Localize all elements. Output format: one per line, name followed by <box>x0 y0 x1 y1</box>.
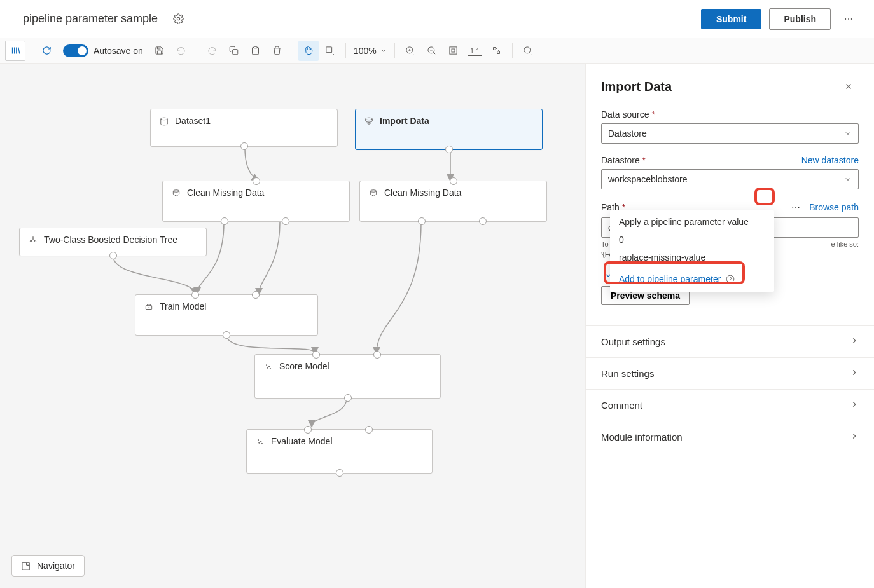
output-settings-section[interactable]: Output settings <box>586 326 874 358</box>
refresh-icon[interactable] <box>36 41 57 61</box>
node-label: Score Model <box>279 361 329 371</box>
pan-icon[interactable] <box>298 41 319 61</box>
svg-point-0 <box>177 17 179 20</box>
svg-point-19 <box>32 237 34 238</box>
navigator-label: Navigator <box>37 561 75 571</box>
svg-rect-22 <box>146 306 151 310</box>
database-icon <box>160 117 169 128</box>
svg-rect-12 <box>452 49 455 52</box>
clean-icon <box>172 189 181 200</box>
node-train-model[interactable]: Train Model <box>135 294 318 336</box>
data-source-select[interactable]: Datastore <box>601 123 859 144</box>
svg-point-15 <box>161 118 168 120</box>
select-icon[interactable] <box>320 41 340 61</box>
node-clean-missing-data-b[interactable]: Clean Missing Data <box>359 181 547 222</box>
close-icon[interactable] <box>838 76 859 97</box>
tree-icon <box>29 236 38 247</box>
svg-line-14 <box>530 52 532 54</box>
node-label: Train Model <box>160 301 206 311</box>
actual-size-icon[interactable]: 1:1 <box>465 41 485 61</box>
paste-icon[interactable] <box>246 41 266 61</box>
copy-icon[interactable] <box>224 41 244 61</box>
svg-point-26 <box>270 368 270 369</box>
svg-point-24 <box>269 366 270 367</box>
delete-icon[interactable] <box>267 41 288 61</box>
popup-item-replace[interactable]: raplace-missing-value <box>610 249 774 266</box>
path-more-icon[interactable]: ⋯ <box>787 201 804 214</box>
evaluate-icon <box>256 437 265 448</box>
datastore-select[interactable]: workspaceblobstore <box>601 169 859 189</box>
undo-icon[interactable] <box>171 41 191 61</box>
node-boosted-tree[interactable]: Two-Class Boosted Decision Tree <box>19 228 207 256</box>
svg-point-29 <box>259 442 260 443</box>
autolayout-icon[interactable] <box>487 41 507 61</box>
svg-rect-11 <box>450 47 457 54</box>
library-icon[interactable] <box>5 41 25 61</box>
node-label: Clean Missing Data <box>187 188 264 198</box>
svg-point-25 <box>267 367 268 368</box>
parameter-popup: Apply a pipeline parameter value 0 rapla… <box>610 210 774 292</box>
autosave-toggle[interactable]: Autosave on <box>63 44 143 57</box>
svg-rect-31 <box>22 562 29 569</box>
svg-rect-2 <box>254 46 257 48</box>
save-icon[interactable] <box>149 41 170 61</box>
svg-point-34 <box>726 275 734 283</box>
node-label: Import Data <box>380 116 429 126</box>
svg-line-5 <box>412 52 414 54</box>
svg-point-18 <box>370 190 376 193</box>
redo-icon[interactable] <box>202 41 223 61</box>
svg-rect-3 <box>326 47 332 53</box>
node-score-model[interactable]: Score Model <box>254 354 441 399</box>
popup-header: Apply a pipeline parameter value <box>610 210 774 231</box>
node-label: Evaluate Model <box>271 436 333 446</box>
import-icon <box>364 117 373 128</box>
navigator-button[interactable]: Navigator <box>11 555 85 577</box>
zoom-level[interactable]: 100% <box>351 46 389 56</box>
svg-point-16 <box>366 118 373 120</box>
comment-section[interactable]: Comment <box>586 390 874 421</box>
node-clean-missing-data-a[interactable]: Clean Missing Data <box>162 181 350 222</box>
autosave-label: Autosave on <box>94 46 143 56</box>
clean-icon <box>369 189 378 200</box>
node-import-data[interactable]: Import Data <box>355 109 543 150</box>
score-icon <box>264 362 273 373</box>
fit-icon[interactable] <box>443 41 464 61</box>
pipeline-title: pipeline parameter sample <box>23 12 158 25</box>
publish-button[interactable]: Publish <box>769 8 831 30</box>
panel-title: Import Data <box>601 79 672 94</box>
svg-point-28 <box>261 441 261 442</box>
svg-point-30 <box>261 443 262 444</box>
svg-point-27 <box>258 440 259 441</box>
zoom-out-icon[interactable] <box>422 41 442 61</box>
submit-button[interactable]: Submit <box>701 9 761 29</box>
data-source-label: Data source * <box>601 109 859 120</box>
svg-line-9 <box>434 52 436 54</box>
node-label: Dataset1 <box>175 116 211 126</box>
search-icon[interactable] <box>518 41 538 61</box>
node-label: Clean Missing Data <box>384 188 461 198</box>
new-datastore-link[interactable]: New datastore <box>801 155 859 165</box>
node-dataset1[interactable]: Dataset1 <box>150 109 338 147</box>
datastore-label: Datastore * <box>601 155 646 165</box>
add-pipeline-parameter[interactable]: Add to pipeline parameter <box>610 266 774 292</box>
module-info-section[interactable]: Module information <box>586 421 874 453</box>
node-evaluate-model[interactable]: Evaluate Model <box>246 429 433 474</box>
svg-point-13 <box>524 47 531 53</box>
gear-icon[interactable] <box>168 9 188 29</box>
node-label: Two-Class Boosted Decision Tree <box>44 235 177 245</box>
svg-point-23 <box>267 365 267 366</box>
svg-point-17 <box>173 190 179 193</box>
svg-rect-1 <box>233 50 238 55</box>
more-icon[interactable]: ⋯ <box>838 9 859 29</box>
zoom-in-icon[interactable] <box>400 41 420 61</box>
run-settings-section[interactable]: Run settings <box>586 358 874 390</box>
browse-path-link[interactable]: Browse path <box>809 202 859 212</box>
popup-item-0[interactable]: 0 <box>610 231 774 249</box>
train-icon <box>144 303 153 313</box>
